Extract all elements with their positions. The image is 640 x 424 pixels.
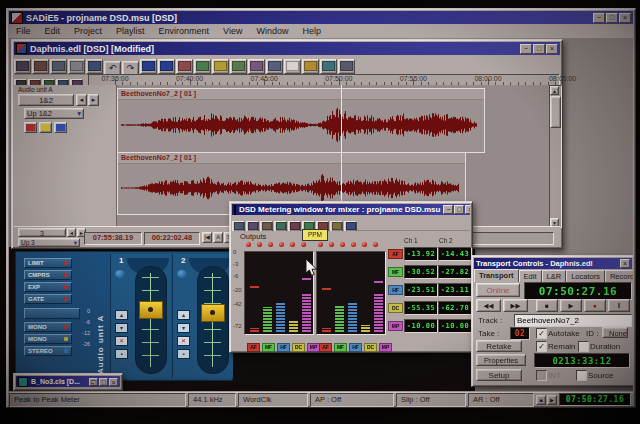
clip-add-icon-button[interactable]	[194, 59, 211, 74]
insert-clip-icon-button[interactable]	[86, 59, 103, 74]
fade-out-icon-button[interactable]	[266, 59, 283, 74]
layout-icon-button[interactable]	[260, 221, 273, 232]
int-checkbox[interactable]	[536, 370, 547, 381]
duration-checkbox[interactable]	[578, 341, 589, 352]
strip-down-button[interactable]: ▾	[177, 323, 190, 333]
tab-lr[interactable]: L&R	[542, 270, 567, 282]
vscroll-thumb[interactable]	[550, 96, 561, 128]
bottom-group-dropdown[interactable]: Up 3▾	[18, 238, 80, 247]
monitor-icon-button[interactable]	[320, 59, 337, 74]
routing-stereo-button-2[interactable]: STEREO	[24, 346, 72, 356]
fade-in-icon-button[interactable]	[230, 59, 247, 74]
clip-track-1[interactable]: BeethovenNo7_2 [ 01 ]	[117, 88, 485, 153]
pan-knob[interactable]	[115, 270, 125, 278]
remain-checkbox[interactable]	[536, 341, 547, 352]
metering-close-button[interactable]: ×	[465, 205, 470, 214]
cut-icon-button[interactable]	[50, 59, 67, 74]
min-maximize-button[interactable]: □	[99, 378, 108, 386]
open-icon-button[interactable]	[302, 59, 319, 74]
unlock-icon-button[interactable]	[158, 59, 175, 74]
online-button[interactable]: Online	[476, 283, 520, 297]
print-icon-button[interactable]	[14, 59, 31, 74]
tab-record[interactable]: Record	[605, 270, 633, 282]
trim-icon-button[interactable]	[32, 59, 49, 74]
minimize-button[interactable]: −	[593, 13, 605, 23]
pen-icon-button[interactable]	[68, 59, 85, 74]
matrix-icon-button[interactable]	[344, 221, 357, 232]
numeric-view-icon-button[interactable]	[274, 221, 287, 232]
min-close-button[interactable]: ×	[109, 378, 118, 386]
play-mini-button[interactable]: ▶	[547, 395, 557, 405]
strip-down-button[interactable]: ▾	[115, 323, 128, 333]
lock-icon-button[interactable]	[140, 59, 157, 74]
track-group-down-button[interactable]: ►	[88, 94, 99, 106]
routing-mono-button-0[interactable]: MONO	[24, 322, 72, 332]
dyn-exp-button[interactable]: EXP	[24, 282, 72, 292]
menu-window[interactable]: Window	[249, 25, 295, 38]
strip-up-button[interactable]: ▴	[115, 310, 128, 320]
maximize-button[interactable]: □	[606, 13, 618, 23]
crossfade-icon-button[interactable]	[248, 59, 265, 74]
bottom-group-up[interactable]: ◄	[67, 228, 76, 237]
menu-edit[interactable]: Edit	[38, 25, 68, 38]
list-icon-button[interactable]	[338, 59, 355, 74]
fast-forward-button[interactable]: ▶▶	[503, 299, 528, 312]
transport-close-button[interactable]: ×	[620, 259, 630, 268]
zoom-all-button[interactable]: A	[213, 232, 223, 243]
record-button[interactable]: ●	[584, 299, 606, 312]
close-button[interactable]: ×	[619, 13, 631, 23]
dyn-gate-button[interactable]: GATE	[24, 294, 72, 304]
pause-button[interactable]: Ⅱ	[608, 299, 630, 312]
clip-edit-icon-button[interactable]	[176, 59, 193, 74]
menu-playlist[interactable]: Playlist	[109, 25, 152, 38]
strip-mute-x-button[interactable]: ✕	[177, 336, 190, 346]
fader-track[interactable]	[197, 266, 229, 374]
dyn-cmprs-button[interactable]: CMPRS	[24, 270, 72, 280]
strip-assign-button[interactable]: ▪	[177, 349, 190, 359]
rewind-button[interactable]: ◀◀	[476, 299, 501, 312]
id-none-button[interactable]: None	[602, 327, 628, 338]
tab-locators[interactable]: Locators	[566, 270, 605, 282]
autotake-checkbox[interactable]	[536, 328, 547, 339]
mute-icon[interactable]	[39, 122, 52, 133]
fader-mode-icon-button[interactable]	[246, 221, 259, 232]
level-icon-button[interactable]	[330, 221, 343, 232]
edl-close-button[interactable]: ×	[546, 44, 558, 54]
note-icon-button[interactable]	[284, 59, 301, 74]
min-restore-button[interactable]: ◱	[89, 378, 98, 386]
menu-environment[interactable]: Environment	[152, 25, 217, 38]
tab-edit[interactable]: Edit	[519, 270, 542, 282]
track-group-button[interactable]: 1&2	[18, 94, 74, 106]
stop-mini-button[interactable]: ■	[536, 395, 546, 405]
play-button[interactable]: ▶	[560, 299, 582, 312]
routing-mono-button-1[interactable]: MONO	[24, 334, 72, 344]
fader-track[interactable]	[135, 266, 167, 374]
source-checkbox[interactable]	[576, 370, 587, 381]
waveform-canvas-1[interactable]	[119, 100, 481, 150]
bottom-group-button[interactable]: 3	[18, 228, 66, 237]
fader-handle[interactable]	[201, 304, 225, 322]
meter-mode-icon-button[interactable]	[232, 221, 245, 232]
track-name-field[interactable]	[514, 314, 632, 327]
dyn-limit-button[interactable]: LIMIT	[24, 258, 72, 268]
solo-icon[interactable]	[24, 122, 37, 133]
tab-transport[interactable]: Transport	[474, 269, 519, 282]
menu-project[interactable]: Project	[67, 25, 109, 38]
track-group-dropdown[interactable]: Up 1&2▾	[24, 108, 84, 119]
pan-knob[interactable]	[177, 270, 187, 278]
strip-up-button[interactable]: ▴	[177, 310, 190, 320]
strip-assign-button[interactable]: ▪	[115, 349, 128, 359]
track-group-up-button[interactable]: ◄	[76, 94, 87, 106]
edl-maximize-button[interactable]: □	[533, 44, 545, 54]
mark-icon-button[interactable]	[212, 59, 229, 74]
setup-button[interactable]: Setup	[476, 369, 522, 381]
edl-vscrollbar[interactable]: ▲ ▼	[549, 85, 562, 228]
metering-minimize-button[interactable]: −	[443, 205, 453, 214]
goto-start-button[interactable]: |◀	[202, 232, 212, 243]
properties-button[interactable]: Properties	[476, 354, 526, 366]
edl-minimize-button[interactable]: −	[520, 44, 532, 54]
stop-button[interactable]: ■	[536, 299, 558, 312]
menu-view[interactable]: View	[216, 25, 249, 38]
fader-handle[interactable]	[139, 301, 163, 319]
strip-mute-x-button[interactable]: ✕	[115, 336, 128, 346]
